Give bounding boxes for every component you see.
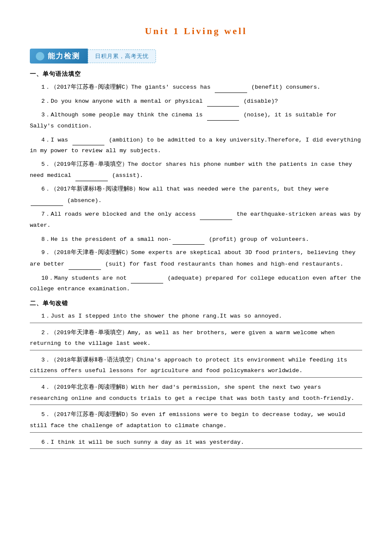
section2-title: 二、单句改错 bbox=[30, 300, 362, 307]
correction-2: 2．（2019年天津卷·单项填空）Amy, as well as her bro… bbox=[30, 327, 362, 350]
correction-1: 1．Just as I stepped into the shower the … bbox=[30, 311, 362, 323]
blank-3 bbox=[207, 109, 239, 121]
correction-line-4 bbox=[30, 405, 362, 405]
correction-line-1 bbox=[30, 323, 362, 323]
banner-left: 能力检测 bbox=[30, 49, 88, 64]
correction-6: 6．I think it will be such sunny a day as… bbox=[30, 437, 362, 449]
page-title: Unit 1 Living well bbox=[30, 26, 362, 37]
blank-10 bbox=[131, 272, 163, 284]
item-8: 8．He is the president of a small non- (p… bbox=[30, 234, 362, 245]
correction-5-text: 5．（2017年江苏卷·阅读理解D）So even if emissions w… bbox=[30, 409, 362, 431]
correction-line-2 bbox=[30, 350, 362, 350]
correction-4-text: 4．（2019年北京卷·阅读理解B）With her dad's permiss… bbox=[30, 382, 362, 404]
correction-1-text: 1．Just as I stepped into the shower the … bbox=[30, 311, 362, 322]
correction-2-text: 2．（2019年天津卷·单项填空）Amy, as well as her bro… bbox=[30, 327, 362, 349]
correction-3: 3．（2018年新课标Ⅱ卷·语法填空）China's approach to p… bbox=[30, 355, 362, 378]
blank-4 bbox=[72, 134, 105, 146]
correction-6-text: 6．I think it will be such sunny a day as… bbox=[30, 437, 362, 448]
blank-8 bbox=[173, 234, 205, 245]
section1-title: 一、单句语法填空 bbox=[30, 70, 362, 78]
banner-icon bbox=[36, 52, 44, 61]
banner-right: 日积月累，高考无忧 bbox=[88, 49, 156, 63]
correction-3-text: 3．（2018年新课标Ⅱ卷·语法填空）China's approach to p… bbox=[30, 355, 362, 376]
blank-1 bbox=[215, 81, 247, 93]
blank-6 bbox=[31, 195, 63, 206]
correction-line-5 bbox=[30, 432, 362, 433]
blank-2 bbox=[207, 95, 239, 107]
banner: 能力检测 日积月累，高考无忧 bbox=[30, 49, 362, 64]
item-1: 1．（2017年江苏卷·阅读理解C）The giants' success ha… bbox=[30, 81, 362, 93]
item-4: 4．I was (ambition) to be admitted to a k… bbox=[30, 134, 362, 156]
correction-5: 5．（2017年江苏卷·阅读理解D）So even if emissions w… bbox=[30, 409, 362, 432]
item-6: 6．（2017年新课标Ⅰ卷·阅读理解B）Now all that was nee… bbox=[30, 184, 362, 206]
item-7: 7．All roads were blocked and the only ac… bbox=[30, 208, 362, 231]
blank-9 bbox=[69, 258, 101, 270]
section1-items: 1．（2017年江苏卷·阅读理解C）The giants' success ha… bbox=[30, 81, 362, 295]
blank-7 bbox=[200, 208, 232, 220]
correction-line-3 bbox=[30, 377, 362, 378]
item-5: 5．（2019年江苏卷·单项填空）The doctor shares his p… bbox=[30, 159, 362, 181]
banner-left-text: 能力检测 bbox=[48, 51, 80, 61]
blank-5 bbox=[75, 170, 108, 181]
section2-items: 1．Just as I stepped into the shower the … bbox=[30, 311, 362, 449]
correction-line-6 bbox=[30, 448, 362, 449]
correction-4: 4．（2019年北京卷·阅读理解B）With her dad's permiss… bbox=[30, 382, 362, 405]
item-2: 2．Do you know anyone with a mental or ph… bbox=[30, 95, 362, 107]
item-3: 3．Although some people may think the cin… bbox=[30, 109, 362, 131]
item-10: 10．Many students are not (adequate) prep… bbox=[30, 272, 362, 295]
item-9: 9．（2018年天津卷·阅读理解C）Some experts are skept… bbox=[30, 247, 362, 269]
